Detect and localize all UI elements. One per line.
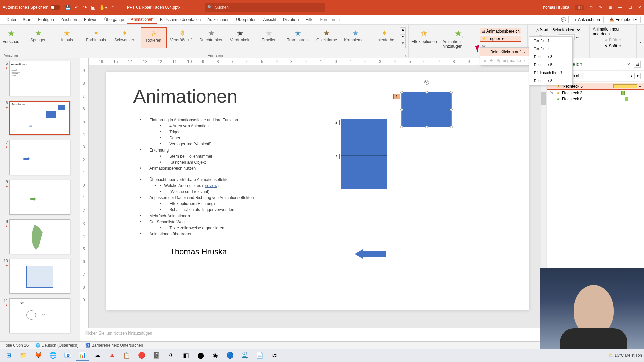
anim-schwanken[interactable]: ✦Schwanken — [112, 27, 138, 48]
gallery-scroll[interactable]: ▴▾▿ — [400, 27, 406, 48]
search-box[interactable]: 🔍 Suchen — [205, 3, 325, 12]
add-animation-button[interactable]: ★+ Animation hinzufügen — [443, 26, 474, 49]
thumb-9[interactable]: 9★ — [3, 219, 77, 254]
anim-pane-dock-icon[interactable]: ▤ — [634, 61, 641, 68]
explorer-icon[interactable]: 📁 — [17, 350, 30, 361]
collapse-ribbon-icon[interactable]: ⌄ — [637, 25, 644, 58]
outlook-icon[interactable]: 📧 — [61, 350, 74, 361]
filename-dropdown-icon[interactable]: ⌄ — [182, 6, 184, 9]
present-icon[interactable]: ▣ — [91, 5, 95, 10]
start-button[interactable]: ⊞ — [2, 350, 15, 361]
tab-animationen[interactable]: Animationen — [127, 16, 157, 24]
resize-handle-s[interactable] — [425, 126, 428, 128]
tab-formformat[interactable]: Formformat — [317, 16, 344, 23]
trigger-target-pfeil7[interactable]: Pfeil: nach links 7 — [529, 69, 572, 77]
thumb-5[interactable]: 5★ Animationen• Lorem ipsum• dolor sit• … — [3, 61, 77, 96]
thumbnail-panel[interactable]: 5★ Animationen• Lorem ipsum• dolor sit• … — [0, 58, 80, 341]
animation-pane-button[interactable]: ▤ Animationsbereich — [480, 28, 521, 34]
anim-tag-2b[interactable]: 2 — [333, 154, 340, 159]
anim-linienfarbe[interactable]: ✦Linienfarbe — [371, 27, 397, 48]
tab-ansicht[interactable]: Ansicht — [260, 16, 279, 23]
resize-handle-e[interactable] — [450, 108, 453, 111]
shape-rechteck-3[interactable] — [341, 119, 387, 156]
chrome-icon[interactable]: 🌐 — [46, 350, 60, 361]
effect-options-button[interactable]: ✯ Effektoptionen▾ — [411, 26, 437, 48]
anim-item-rechteck3[interactable]: 🖱★Rechteck 3 — [547, 90, 644, 96]
move-up-icon[interactable]: ▲ — [629, 73, 635, 79]
thumb-11[interactable]: 11★ ⚙☐♡ — [3, 298, 77, 333]
thumb-8[interactable]: 8★ ➡ — [3, 180, 77, 215]
start-select[interactable]: Beim Klicken — [551, 27, 581, 33]
trigger-target-rechteck5[interactable]: Rechteck 5 — [529, 61, 572, 69]
resize-handle-se[interactable] — [450, 126, 453, 128]
shape-rechteck-5-selected[interactable] — [401, 92, 452, 127]
trigger-on-click[interactable]: ☐ Beim Klicken auf › Textfeld 1 Textfeld… — [480, 48, 529, 56]
comments-icon[interactable]: 💬 — [559, 16, 569, 23]
save-icon[interactable]: 💾 — [65, 5, 71, 10]
undo-icon[interactable]: ↶ — [75, 5, 79, 10]
anim-tag-1[interactable]: 1 — [393, 94, 400, 99]
toggle-switch[interactable] — [50, 5, 60, 10]
minimize-icon[interactable]: — — [618, 5, 622, 10]
anim-komplement[interactable]: ★Kompleme... — [342, 27, 369, 48]
sync-icon[interactable]: ⟳ — [590, 5, 593, 10]
thumb-7[interactable]: 7★ ➡ — [3, 140, 77, 175]
app-icon-7[interactable]: 📄 — [253, 350, 266, 361]
trigger-target-textfeld1[interactable]: Textfeld 1 — [529, 37, 572, 45]
slide-counter[interactable]: Folie 6 von 26 — [3, 343, 29, 348]
vertical-ruler[interactable]: 9876543210123456789 — [80, 65, 89, 328]
dialog-launcher-icon[interactable]: ↘ — [404, 54, 407, 57]
thumb-6[interactable]: 6★ Animationen⬅ — [3, 101, 77, 135]
tab-datei[interactable]: Datei — [3, 16, 19, 23]
preview-link[interactable]: preview — [204, 183, 217, 188]
slide-canvas[interactable]: Animationen Einführung in Animationseffe… — [89, 65, 547, 328]
preview-button[interactable]: ★ Vorschau ▾ — [3, 26, 19, 48]
rotate-handle[interactable] — [424, 80, 429, 85]
firefox-icon[interactable]: 🦊 — [32, 350, 45, 361]
trigger-target-textfeld4[interactable]: Textfeld 4 — [529, 45, 572, 53]
record-button[interactable]: Aufzeichnen — [571, 16, 604, 23]
edge-icon[interactable]: 🌊 — [238, 350, 252, 361]
tab-einfuegen[interactable]: Einfügen — [35, 16, 57, 23]
app-icon-6[interactable]: 🔵 — [223, 350, 237, 361]
shape-arrow-left[interactable] — [355, 249, 388, 259]
trigger-target-rechteck3[interactable]: Rechteck 3 — [529, 53, 572, 61]
notes-area[interactable]: Klicken Sie, um Notizen hinzuzufügen — [80, 328, 547, 341]
anim-tag-2a[interactable]: 2 — [333, 120, 340, 125]
user-badge[interactable]: TH — [575, 5, 584, 10]
trigger-target-rechteck8[interactable]: Rechteck 8 — [529, 77, 572, 85]
vlc-icon[interactable]: 🔺 — [105, 350, 119, 361]
anim-item-rechteck8[interactable]: ★Rechteck 8 — [547, 96, 644, 102]
username[interactable]: Thomas Hruska — [541, 5, 569, 10]
anim-erhellen[interactable]: ★Erhellen — [256, 27, 282, 48]
tab-uebergaenge[interactable]: Übergänge — [101, 16, 127, 23]
tab-aufzeichnen[interactable]: Aufzeichnen — [204, 16, 233, 23]
anim-pane-dropdown-icon[interactable]: ⌄ — [620, 62, 624, 67]
redo-icon[interactable]: ↷ — [83, 5, 87, 10]
tab-praesentation[interactable]: Bildschirmpräsentation — [157, 16, 204, 23]
anim-rotieren[interactable]: ✯Rotieren — [141, 27, 167, 48]
slide-content[interactable]: Einführung in Animationseffekte und ihre… — [133, 117, 502, 237]
resize-handle-ne[interactable] — [450, 91, 453, 94]
onenote-icon[interactable]: 📓 — [150, 350, 163, 361]
anim-verdunkeln[interactable]: ★Verdunkeln — [227, 27, 253, 48]
move-later[interactable]: ∨ Später — [605, 44, 621, 48]
tab-ueberpruefen[interactable]: Überprüfen — [233, 16, 260, 23]
anim-durchtraenken[interactable]: ★Durchtränken — [198, 27, 224, 48]
tab-start[interactable]: Start — [19, 16, 35, 23]
close-icon[interactable]: ✕ — [638, 5, 641, 10]
resize-handle-n[interactable] — [425, 91, 428, 94]
filename[interactable]: PPT 01 Roter Faden 004.pptx — [127, 5, 180, 10]
item-dropdown-icon[interactable]: ▾ — [639, 84, 641, 89]
window-icon[interactable]: ▦ — [608, 5, 612, 10]
obs-icon[interactable]: ⬤ — [194, 350, 207, 361]
resize-handle-sw[interactable] — [400, 126, 403, 128]
app-icon-4[interactable]: ◧ — [179, 350, 193, 361]
language-status[interactable]: 🌐 Deutsch (Österreich) — [35, 343, 78, 348]
tab-entwurf[interactable]: Entwurf — [80, 16, 101, 23]
horizontal-ruler[interactable]: 1615141312111098765432101234567891011 — [89, 58, 547, 65]
shape-rechteck-8[interactable] — [341, 156, 387, 189]
powerpoint-icon[interactable]: 📊 — [76, 350, 89, 361]
app-icon-2[interactable]: 📋 — [120, 350, 133, 361]
anim-objektfarbe[interactable]: ★Objektfarbe — [314, 27, 340, 48]
